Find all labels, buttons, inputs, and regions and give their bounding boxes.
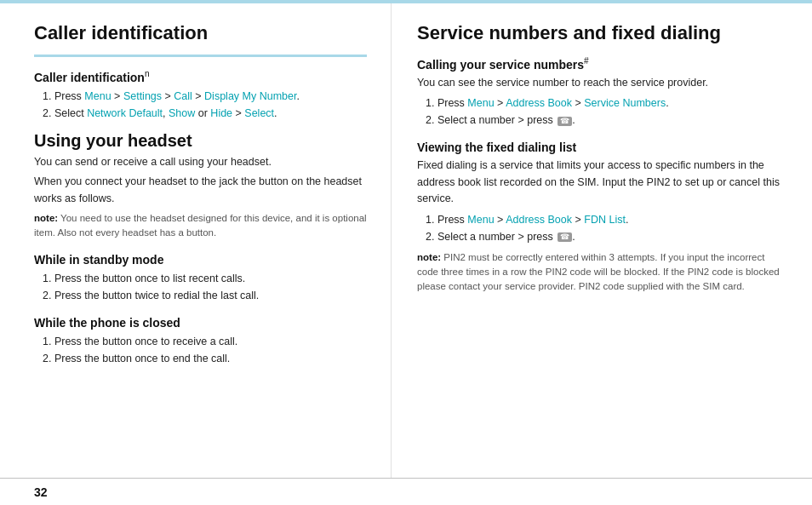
standby-step-2: Press the button twice to redial the las… [43,287,367,304]
phone-closed-step-1: Press the button once to receive a call. [43,333,367,350]
headset-intro-1: You can send or receive a call using you… [34,154,367,170]
note-bold-1: note: [34,213,58,223]
left-column: Caller identification Caller identificat… [0,3,392,478]
headset-main-title: Using your headset [34,130,367,151]
link-menu-3: Menu [467,214,494,226]
standby-step-1: Press the button once to list recent cal… [43,270,367,287]
caller-id-step-1: Press Menu > Settings > Call > Display M… [43,88,367,105]
caller-id-step-2: Select Network Default, Show or Hide > S… [43,105,367,122]
headset-section: Using your headset You can send or recei… [34,130,367,367]
fdn-note: note: PIN2 must be correctly entered wit… [417,250,786,295]
phone-closed-title: While the phone is closed [34,316,367,330]
link-fdn-list: FDN List [584,214,626,226]
fixed-dialing-steps: Press Menu > Address Book > FDN List. Se… [426,211,786,245]
page-container: Caller identification Caller identificat… [0,0,812,505]
service-numbers-main-title: Service numbers and fixed dialing [417,22,786,44]
caller-id-steps: Press Menu > Settings > Call > Display M… [43,88,367,122]
link-select-1: Select [244,107,274,119]
service-numbers-section: Service numbers and fixed dialing Callin… [417,22,786,129]
link-address-book-2: Address Book [506,214,572,226]
phone-closed-steps: Press the button once to receive a call.… [43,333,367,367]
caller-id-main-title: Caller identification [34,22,367,44]
headset-note: note: You need to use the headset design… [34,211,367,241]
link-settings: Settings [123,90,162,102]
service-numbers-steps: Press Menu > Address Book > Service Numb… [426,95,786,129]
page-number: 32 [34,485,48,499]
service-step-2: Select a number > press ☎. [426,112,786,129]
fixed-dialing-intro: Fixed dialing is a service that limits y… [417,158,786,207]
link-menu-2: Menu [467,97,494,109]
link-hide: Hide [210,107,232,119]
fdn-step-1: Press Menu > Address Book > FDN List. [426,211,786,228]
link-call: Call [174,90,192,102]
bottom-bar: 32 [0,478,812,505]
caller-id-subsection-title: Caller identificationn [34,69,367,84]
fdn-step-2: Select a number > press ☎. [426,228,786,245]
left-accent-bar [34,55,367,57]
link-network-default: Network Default [87,107,163,119]
caller-id-section: Caller identification Caller identificat… [34,22,367,122]
headset-intro-2: When you connect your headset to the jac… [34,174,367,207]
standby-steps: Press the button once to list recent cal… [43,270,367,304]
calling-service-numbers-title: Calling your service numbers# [417,56,786,72]
link-display-my-number: Display My Number [204,90,296,102]
phone-icon-1: ☎ [558,117,572,126]
link-menu-1: Menu [84,90,111,102]
link-address-book-1: Address Book [506,97,572,109]
note-bold-2: note: [417,252,441,262]
content-area: Caller identification Caller identificat… [0,3,812,478]
right-column: Service numbers and fixed dialing Callin… [392,3,812,478]
link-service-numbers: Service Numbers [584,97,666,109]
service-step-1: Press Menu > Address Book > Service Numb… [426,95,786,112]
link-show: Show [169,107,195,119]
standby-mode-title: While in standby mode [34,253,367,267]
service-numbers-intro: You can see the service number to reach … [417,75,786,91]
phone-icon-2: ☎ [558,232,572,242]
fixed-dialing-section: Viewing the fixed dialing list Fixed dia… [417,141,786,294]
fixed-dialing-title: Viewing the fixed dialing list [417,141,786,154]
phone-closed-step-2: Press the button once to end the call. [43,350,367,367]
